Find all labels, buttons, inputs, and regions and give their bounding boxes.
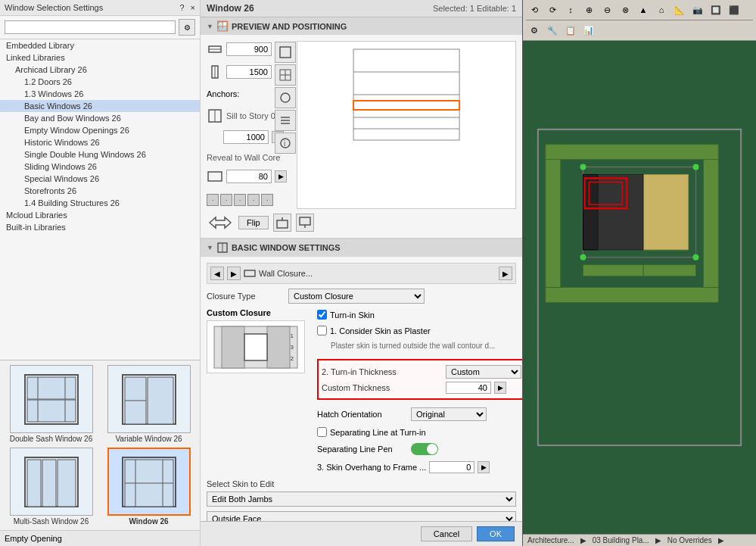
anchor-dot-1[interactable]: · [207,194,219,206]
closure-type-select[interactable]: Custom Closure Standard Closure No Closu… [288,289,425,304]
cad-tool-4[interactable]: ⊕ [580,2,597,18]
icon-frame[interactable] [275,42,296,63]
select-skin-label: Select Skin to Edit [207,479,274,488]
svg-rect-75 [598,174,643,249]
tree-item-basic-windows[interactable]: Basic Windows 26 [0,100,200,112]
cad-tool-12[interactable]: ⬛ [726,2,742,18]
overhang-arrow[interactable]: ▶ [478,461,490,473]
icon-circle[interactable] [275,87,296,108]
search-settings-button[interactable]: ⚙ [179,19,195,36]
tree-item-empty-openings[interactable]: Empty Window Openings 26 [0,124,200,136]
cad-tool-13[interactable]: ⚙ [526,22,543,39]
search-input[interactable] [5,20,176,34]
cad-tool-16[interactable]: 📊 [580,22,597,39]
cad-tool-2[interactable]: ⟳ [544,2,561,18]
tree-item-historic[interactable]: Historic Windows 26 [0,136,200,148]
overhang-input[interactable] [429,461,474,473]
tree-item-building[interactable]: 1.4 Building Structures 26 [0,197,200,209]
hatch-select[interactable]: Original Rotated [411,407,487,421]
tree-item-doors[interactable]: 1.2 Doors 26 [0,76,200,88]
width-input[interactable] [226,42,272,56]
tree-item-linked[interactable]: Linked Libraries [0,51,200,64]
reveal-arrow-button[interactable]: ▶ [275,170,287,183]
face-select[interactable]: Outside Face Inside Face [207,511,516,521]
cad-tool-7[interactable]: ▲ [635,2,652,18]
custom-closure-label: Custom Closure [207,308,305,317]
cancel-button[interactable]: Cancel [421,526,472,541]
icon-lines[interactable] [275,110,296,131]
turn-in-thickness-select[interactable]: Custom Standard [446,365,521,379]
wall-closure-expand[interactable]: ▶ [499,267,512,280]
orient-button-1[interactable] [273,214,291,232]
preview-multi-sash[interactable]: Multi-Sash Window 26 [5,448,98,526]
flip-button[interactable]: Flip [238,216,269,229]
cad-status-arch[interactable]: Architecture... [527,536,574,544]
reveal-icon [207,168,223,185]
thickness-arrow[interactable]: ▶ [494,382,506,394]
section-basic-header[interactable]: ▼ BASIC WINDOW SETTINGS [201,239,522,257]
orient-button-2[interactable] [296,214,314,232]
empty-opening-button[interactable]: Empty Opening [0,530,200,546]
preview-double-sash-label: Double Sash Window 26 [10,435,93,443]
tree-item-sliding[interactable]: Sliding Windows 26 [0,161,200,173]
custom-thickness-input[interactable] [446,382,491,394]
svg-rect-69 [703,145,718,295]
icon-info[interactable]: i [275,133,296,154]
ok-button[interactable]: OK [477,526,515,541]
wall-closure-icon [244,267,256,279]
hatch-label: Hatch Orientation [317,410,408,419]
svg-point-78 [580,164,586,170]
consider-plaster-checkbox[interactable] [317,326,327,335]
svg-rect-70 [546,288,719,303]
cad-tool-15[interactable]: 📋 [562,22,579,39]
wall-closure-next[interactable]: ▶ [227,267,241,280]
preview-double-sash[interactable]: Double Sash Window 26 [5,365,98,443]
cad-tool-8[interactable]: ⌂ [653,2,670,18]
wall-closure-prev[interactable]: ◀ [210,267,224,280]
custom-thickness-label: Custom Thickness [322,383,443,392]
cad-tool-10[interactable]: 📷 [689,2,706,18]
anchor-dot-4[interactable]: · [247,194,260,206]
cad-tool-1[interactable]: ⟲ [526,2,543,18]
closure-type-label: Closure Type [207,292,282,301]
reveal-input[interactable] [226,170,272,183]
tree-item-mcloud[interactable]: Mcloud Libraries [0,209,200,221]
svg-rect-9 [148,377,173,424]
icon-grid[interactable] [275,64,296,86]
svg-text:i: i [284,139,285,148]
tree-item-archicad[interactable]: Archicad Library 26 [0,64,200,76]
sep-line-label: Separating Line at Turn-in [330,428,426,437]
select-skin-select[interactable]: Edit Both Jambs Edit Left Jamb Edit Righ… [207,491,516,507]
preview-window26[interactable]: Window 26 [102,448,195,526]
tree-item-windows[interactable]: 1.3 Windows 26 [0,88,200,100]
sill-input[interactable] [223,130,269,144]
cad-tool-14[interactable]: 🔧 [544,22,561,39]
tree-item-special[interactable]: Special Windows 26 [0,173,200,185]
tree-item-builtin[interactable]: Built-in Libraries [0,221,200,233]
cad-status-overrides[interactable]: No Overrides [667,536,712,544]
panel-title-text: Window Selection Settings [5,3,103,12]
cad-tool-5[interactable]: ⊖ [599,2,615,18]
help-icon[interactable]: ? [179,3,184,12]
tree-item-single-double[interactable]: Single Double Hung Windows 26 [0,148,200,161]
tree-item-embedded[interactable]: Embedded Library [0,39,200,51]
tree-item-storefronts[interactable]: Storefronts 26 [0,185,200,197]
section-preview-header[interactable]: ▼ 🪟 PREVIEW AND POSITIONING [201,17,522,35]
turn-in-skin-checkbox[interactable] [317,310,327,320]
anchor-dot-2[interactable]: · [220,194,232,206]
cad-tool-9[interactable]: 📐 [671,2,688,18]
cad-tool-6[interactable]: ⊗ [617,2,633,18]
anchor-dot-5[interactable]: · [261,194,273,206]
cad-tool-3[interactable]: ↕ [562,2,579,18]
svg-point-79 [693,164,699,170]
cad-status-floor[interactable]: 03 Building Pla... [593,536,649,544]
tree-item-bay-bow[interactable]: Bay and Bow Windows 26 [0,112,200,124]
close-icon[interactable]: × [191,3,195,12]
height-input[interactable] [226,65,272,79]
cad-tool-11[interactable]: 🔲 [708,2,724,18]
sep-line-checkbox[interactable] [317,427,327,437]
preview-variable[interactable]: Variable Window 26 [102,365,195,443]
anchor-dot-3[interactable]: · [234,194,246,206]
sep-line-pen-toggle[interactable] [411,443,438,455]
section-preview: ▼ 🪟 PREVIEW AND POSITIONING ▶ [201,17,522,239]
